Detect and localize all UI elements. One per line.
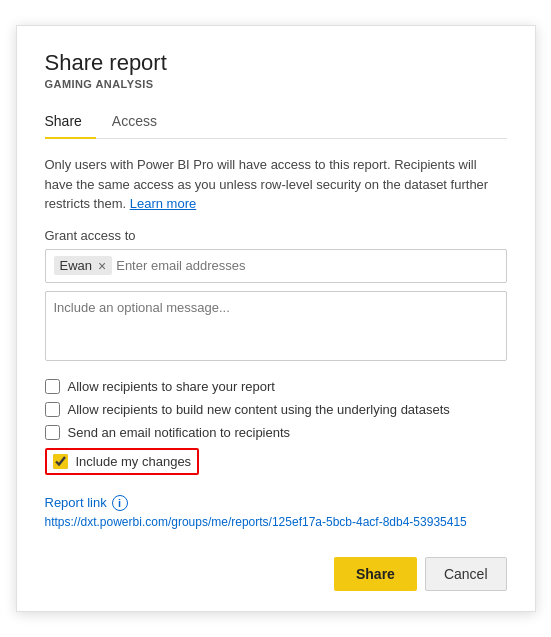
email-input-container[interactable]: Ewan × [45, 249, 507, 283]
checkbox-include-changes-highlighted: Include my changes [45, 448, 200, 475]
report-link-url: https://dxt.powerbi.com/groups/me/report… [45, 515, 507, 529]
checkbox-allow-build-input[interactable] [45, 402, 60, 417]
email-input[interactable] [116, 258, 497, 273]
checkbox-allow-share-input[interactable] [45, 379, 60, 394]
cancel-button[interactable]: Cancel [425, 557, 507, 591]
dialog-title: Share report [45, 50, 507, 76]
email-tag: Ewan × [54, 256, 113, 275]
checkbox-send-notification-input[interactable] [45, 425, 60, 440]
tab-access[interactable]: Access [112, 105, 171, 139]
tab-share[interactable]: Share [45, 105, 96, 139]
learn-more-link[interactable]: Learn more [130, 196, 196, 211]
email-tag-close-icon[interactable]: × [98, 259, 106, 273]
checkbox-allow-build[interactable]: Allow recipients to build new content us… [45, 402, 507, 417]
share-button[interactable]: Share [334, 557, 417, 591]
report-link-info-icon[interactable]: i [112, 495, 128, 511]
checkbox-include-changes[interactable]: Include my changes [45, 448, 507, 475]
message-input[interactable] [45, 291, 507, 361]
checkbox-include-changes-input[interactable] [53, 454, 68, 469]
info-text: Only users with Power BI Pro will have a… [45, 155, 507, 214]
report-link-label: Report link i [45, 495, 507, 511]
tab-bar: Share Access [45, 104, 507, 139]
grant-access-label: Grant access to [45, 228, 507, 243]
report-link-section: Report link i https://dxt.powerbi.com/gr… [45, 495, 507, 529]
share-panel: Only users with Power BI Pro will have a… [45, 155, 507, 591]
share-report-dialog: Share report GAMING ANALYSIS Share Acces… [16, 25, 536, 612]
checkboxes-group: Allow recipients to share your report Al… [45, 379, 507, 475]
checkbox-send-notification[interactable]: Send an email notification to recipients [45, 425, 507, 440]
dialog-subtitle: GAMING ANALYSIS [45, 78, 507, 90]
checkbox-allow-share[interactable]: Allow recipients to share your report [45, 379, 507, 394]
footer-buttons: Share Cancel [45, 557, 507, 591]
